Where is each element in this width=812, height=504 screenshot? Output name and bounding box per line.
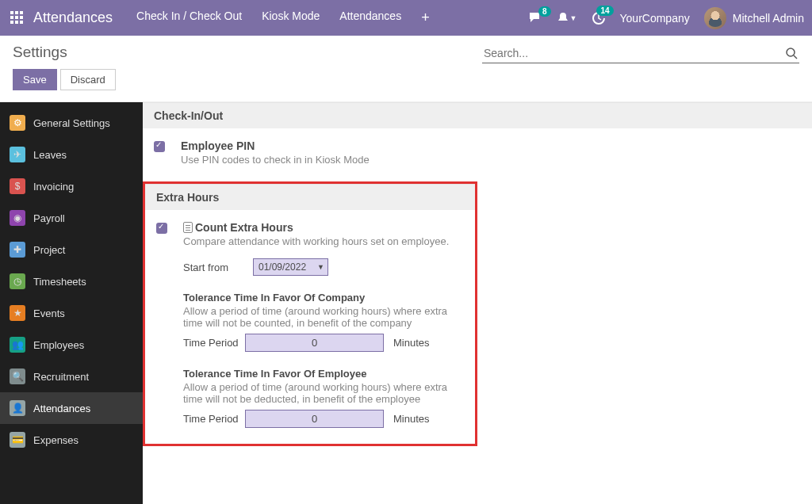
sidebar-item-label: Leaves xyxy=(33,149,67,161)
recruitment-icon: 🔍 xyxy=(10,368,25,384)
plus-icon[interactable]: + xyxy=(421,10,430,26)
sidebar-item-label: Attendances xyxy=(33,403,90,414)
sidebar-item-project[interactable]: ✚Project xyxy=(0,234,143,265)
svg-line-10 xyxy=(794,55,797,59)
activities-icon[interactable]: 14 xyxy=(592,11,606,25)
employee-time-row: Time Period 0 Minutes xyxy=(183,410,464,428)
control-panel: Settings Save Discard xyxy=(0,36,812,102)
tolerance-employee-title: Tolerance Time In Favor Of Employee xyxy=(183,368,464,380)
company-time-input[interactable]: 0 xyxy=(245,334,384,352)
svg-rect-7 xyxy=(15,21,18,24)
payroll-icon: ◉ xyxy=(10,210,25,226)
svg-rect-0 xyxy=(10,11,13,14)
search-icon[interactable] xyxy=(786,48,798,59)
svg-rect-8 xyxy=(20,21,23,24)
section-header-checkin: Check-In/Out xyxy=(143,102,812,128)
tolerance-company-desc: Allow a period of time (around working h… xyxy=(183,305,464,329)
start-from-label: Start from xyxy=(183,262,240,273)
company-time-row: Time Period 0 Minutes xyxy=(183,334,464,352)
search-wrap xyxy=(482,44,799,63)
sidebar-item-payroll[interactable]: ◉Payroll xyxy=(0,202,143,234)
employees-icon: 👥 xyxy=(10,337,25,353)
checkbox-count-extra-hours[interactable] xyxy=(156,223,167,234)
avatar xyxy=(704,7,726,29)
nav-kiosk[interactable]: Kiosk Mode xyxy=(262,10,320,26)
nav-checkin[interactable]: Check In / Check Out xyxy=(136,10,242,26)
body: ⚙General Settings ✈Leaves $Invoicing ◉Pa… xyxy=(0,102,812,504)
tolerance-company-title: Tolerance Time In Favor Of Company xyxy=(183,292,464,304)
section-body-extra: Count Extra Hours Compare attendance wit… xyxy=(145,210,475,444)
start-from-input[interactable]: 01/09/2022 ▼ xyxy=(253,258,328,276)
sidebar-item-label: Expenses xyxy=(33,434,79,446)
project-icon: ✚ xyxy=(10,242,25,258)
svg-point-9 xyxy=(787,48,795,56)
search-input[interactable] xyxy=(484,47,786,59)
expenses-icon: 💳 xyxy=(10,432,25,448)
setting-desc: Compare attendance with working hours se… xyxy=(183,235,464,247)
svg-rect-4 xyxy=(15,16,18,19)
sidebar-item-recruitment[interactable]: 🔍Recruitment xyxy=(0,361,143,392)
start-from-row: Start from 01/09/2022 ▼ xyxy=(183,258,464,276)
doc-icon xyxy=(183,222,193,233)
username: Mitchell Admin xyxy=(733,12,804,25)
employee-time-input[interactable]: 0 xyxy=(245,410,384,428)
sidebar-item-attendances[interactable]: 👤Attendances xyxy=(0,392,143,424)
svg-rect-6 xyxy=(10,21,13,24)
svg-rect-5 xyxy=(20,16,23,19)
sidebar-item-label: Payroll xyxy=(33,212,65,224)
setting-title: Count Extra Hours xyxy=(183,221,464,234)
svg-rect-2 xyxy=(20,11,23,14)
minutes-unit: Minutes xyxy=(393,413,430,425)
notifications-icon[interactable]: ▼ xyxy=(557,12,577,25)
tolerance-employee: Tolerance Time In Favor Of Employee Allo… xyxy=(183,368,464,428)
setting-title: Employee PIN xyxy=(181,139,370,152)
user-menu[interactable]: Mitchell Admin xyxy=(704,7,804,29)
time-period-label: Time Period xyxy=(183,413,240,425)
timesheets-icon: ◷ xyxy=(10,273,25,289)
section-body-checkin: Employee PIN Use PIN codes to check in i… xyxy=(143,128,812,181)
main: Check-In/Out Employee PIN Use PIN codes … xyxy=(143,102,812,504)
apps-icon[interactable] xyxy=(8,9,27,28)
page-title: Settings xyxy=(13,44,116,61)
section-header-extra: Extra Hours xyxy=(145,184,475,210)
save-button[interactable]: Save xyxy=(13,69,57,90)
events-icon: ★ xyxy=(10,305,25,321)
sidebar: ⚙General Settings ✈Leaves $Invoicing ◉Pa… xyxy=(0,102,143,504)
sidebar-item-label: Timesheets xyxy=(33,276,86,288)
discard-button[interactable]: Discard xyxy=(60,69,116,90)
company-name[interactable]: YourCompany xyxy=(620,12,690,25)
extra-hours-section: Extra Hours Count Extra Hours Compare at… xyxy=(143,181,477,446)
dropdown-caret-icon: ▼ xyxy=(317,263,324,271)
nav-attendances[interactable]: Attendances xyxy=(339,10,401,26)
cp-left: Settings Save Discard xyxy=(13,44,116,90)
invoicing-icon: $ xyxy=(10,178,25,194)
tolerance-employee-desc: Allow a period of time (around working h… xyxy=(183,381,464,405)
sidebar-item-events[interactable]: ★Events xyxy=(0,297,143,329)
gear-icon: ⚙ xyxy=(10,115,25,131)
sidebar-item-label: Employees xyxy=(33,339,84,351)
messages-badge: 8 xyxy=(538,6,551,17)
messages-icon[interactable]: 8 xyxy=(529,12,543,25)
setting-count-extra-hours: Count Extra Hours Compare attendance wit… xyxy=(156,221,464,428)
setting-desc: Use PIN codes to check in in Kiosk Mode xyxy=(181,154,370,166)
attendances-icon: 👤 xyxy=(10,400,25,416)
sidebar-item-timesheets[interactable]: ◷Timesheets xyxy=(0,265,143,297)
tolerance-company: Tolerance Time In Favor Of Company Allow… xyxy=(183,292,464,352)
svg-rect-3 xyxy=(10,16,13,19)
sidebar-item-employees[interactable]: 👥Employees xyxy=(0,329,143,361)
topbar: Attendances Check In / Check Out Kiosk M… xyxy=(0,0,812,36)
sidebar-item-leaves[interactable]: ✈Leaves xyxy=(0,139,143,170)
minutes-unit: Minutes xyxy=(393,337,430,349)
button-row: Save Discard xyxy=(13,69,116,90)
sidebar-item-invoicing[interactable]: $Invoicing xyxy=(0,170,143,202)
sidebar-item-label: Invoicing xyxy=(33,181,74,193)
sidebar-item-label: Project xyxy=(33,244,65,256)
sidebar-item-general[interactable]: ⚙General Settings xyxy=(0,107,143,139)
sidebar-item-expenses[interactable]: 💳Expenses xyxy=(0,424,143,456)
app-title[interactable]: Attendances xyxy=(33,10,113,26)
time-period-label: Time Period xyxy=(183,337,240,349)
checkbox-employee-pin[interactable] xyxy=(154,141,165,152)
topbar-right: 8 ▼ 14 YourCompany Mitchell Admin xyxy=(529,7,804,29)
sidebar-item-label: Events xyxy=(33,307,65,319)
nav-items: Check In / Check Out Kiosk Mode Attendan… xyxy=(136,10,529,26)
